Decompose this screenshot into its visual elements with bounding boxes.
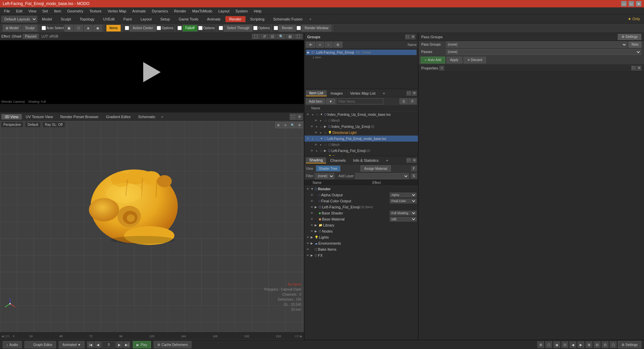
vis-mesh2b[interactable]: ● — [319, 143, 323, 147]
menu-file[interactable]: File — [1, 8, 13, 14]
render-checkbox[interactable] — [274, 26, 278, 30]
action-center-button[interactable]: Action Center — [130, 25, 156, 32]
arrow-envs[interactable]: ▶ — [311, 242, 314, 245]
menu-edit[interactable]: Edit — [13, 8, 25, 14]
vis-mesh1[interactable]: 👁 — [314, 118, 318, 122]
groups-settings-btn2[interactable]: ⚙ — [333, 42, 342, 48]
vis-base-shader[interactable]: 👁 — [310, 211, 314, 215]
tab-info-statistics[interactable]: Info & Statistics — [350, 158, 382, 163]
tab-add-button[interactable]: + — [307, 16, 313, 22]
arrow-1[interactable]: ▼ — [320, 113, 323, 116]
select-type-4[interactable]: ◉ — [93, 25, 102, 32]
menu-set[interactable]: Set — [40, 8, 51, 14]
falloff-button[interactable]: Falloff — [182, 25, 198, 32]
tree-item-scene1[interactable]: 👁 ● □ ▼ ⬡ Index_Pointing_Up_Emoji_modo_b… — [305, 111, 418, 117]
arrow-library[interactable]: ▶ — [315, 223, 318, 227]
paused-button[interactable]: Paused — [23, 34, 39, 39]
discard-btn[interactable]: ✕ Discard — [464, 57, 486, 63]
auto-select-checkbox[interactable] — [42, 26, 46, 30]
new-btn[interactable]: New — [629, 42, 641, 48]
apply-btn[interactable]: Apply — [446, 57, 462, 63]
options1-checkbox[interactable] — [157, 26, 161, 30]
shading-row-nodes[interactable]: 👁 ▶ ⬡ Nodes — [305, 228, 418, 234]
pass-groups-select[interactable]: (none) — [446, 42, 627, 48]
shading-row-envs[interactable]: 👁 ▶ ☁ Environments — [305, 240, 418, 246]
menu-item[interactable]: Item — [51, 8, 64, 14]
vis-lf-group[interactable]: 👁 — [310, 205, 314, 209]
new-pass-group-btn[interactable]: ⚙ Settings — [618, 34, 641, 40]
groups-expand-btn[interactable]: ⛶ — [405, 35, 410, 39]
shading-row-library[interactable]: 👁 ▶ 📁 Library — [305, 222, 418, 228]
vp-snap-btn[interactable]: ⊞ — [275, 122, 281, 128]
menu-render[interactable]: Render — [171, 8, 189, 14]
vis-alpha[interactable]: 👁 — [310, 193, 314, 197]
passes-select[interactable]: (none) — [446, 49, 641, 55]
bb-btn4[interactable]: ⊡ — [561, 341, 568, 348]
vis-render[interactable]: 👁 — [306, 187, 310, 191]
vp-center-btn[interactable]: ⊙ — [282, 122, 288, 128]
vis-mesh1c[interactable]: □ — [323, 118, 327, 122]
graph-editor-button[interactable]: ⬛ Graph Editor — [24, 341, 56, 348]
effect-alpha-select[interactable]: Alpha — [390, 193, 417, 197]
vis-btn-2c[interactable]: □ — [315, 137, 319, 141]
tab-uv-texture[interactable]: UV Texture View — [22, 114, 56, 119]
vis-envs[interactable]: 👁 — [306, 241, 310, 245]
arrow-lf-group[interactable]: ▶ — [315, 205, 318, 209]
shading-row-fx[interactable]: 👁 ▶ ⬡ FX — [305, 252, 418, 258]
bb-btn2[interactable]: ⬡ — [545, 341, 552, 348]
tree-item-scene2[interactable]: 👁 ● □ ▼ ⬡ Left-Facing_Fist_Emoji_modo_ba… — [305, 136, 418, 142]
layout-preset-select[interactable]: Default Layouts — [1, 16, 37, 22]
bb-btn10[interactable]: ⬡ — [610, 341, 616, 348]
vis-mesh2c[interactable]: □ — [323, 143, 327, 147]
menu-layout[interactable]: Layout — [216, 8, 232, 14]
select-type-1[interactable]: ▣ — [64, 25, 73, 32]
bb-btn1[interactable]: ⊞ — [537, 341, 544, 348]
tab-item-list-add[interactable]: + — [379, 91, 388, 96]
vis-nodes[interactable]: 👁 — [310, 229, 314, 233]
add-layer-select[interactable] — [355, 173, 409, 179]
il-s-btn[interactable]: S — [399, 98, 408, 104]
tab-shading[interactable]: Shading — [306, 157, 326, 163]
vis-group1b[interactable]: ● — [315, 124, 319, 129]
effect-final-select[interactable]: Final Color — [390, 199, 417, 203]
tab-setup[interactable]: Setup — [156, 16, 174, 22]
render-ctrl-1[interactable]: ⛶ — [252, 34, 260, 39]
f-shortcut[interactable]: F — [411, 166, 417, 171]
skip-end-btn[interactable]: ▶| — [123, 341, 130, 348]
select-through-checkbox[interactable] — [219, 26, 223, 30]
shader-tree-btn[interactable]: Shader Tree — [316, 165, 340, 171]
tab-sculpt[interactable]: Sculpt — [57, 16, 75, 22]
cache-deformers-button[interactable]: ⚙ Cache Deformers — [154, 341, 192, 348]
arrow-render[interactable]: ▼ — [311, 187, 314, 191]
frame-input[interactable] — [102, 341, 115, 348]
tab-model[interactable]: Model — [38, 16, 56, 22]
restore-button[interactable]: □ — [629, 1, 634, 6]
shading-row-lights[interactable]: 👁 ▶ 💡 Lights — [305, 234, 418, 240]
groups-add-btn[interactable]: + — [316, 42, 324, 48]
vis-mesh2[interactable]: 👁 — [314, 143, 318, 147]
bb-btn7[interactable]: ⊞ — [586, 341, 592, 348]
arrow-group2[interactable]: ▶ — [324, 149, 327, 152]
il-expand-btn[interactable]: ⛶ — [407, 91, 411, 96]
tab-schematic[interactable]: Schematic — [135, 114, 159, 119]
vis-library[interactable]: 👁 — [310, 223, 314, 227]
arrow-group1[interactable]: ▶ — [324, 125, 327, 128]
filter-select[interactable]: (none) — [315, 173, 334, 179]
vis-base-mat[interactable]: 👁 — [310, 217, 314, 221]
menu-system[interactable]: System — [233, 8, 251, 14]
play-button[interactable]: ▶ Play — [133, 341, 151, 348]
assign-material-btn[interactable]: Assign Material — [361, 165, 391, 171]
vis-light2[interactable]: 👁 — [314, 155, 318, 156]
menu-geometry[interactable]: Geometry — [64, 8, 86, 14]
arrow-fx[interactable]: ▶ — [311, 254, 314, 257]
render-ctrl-2[interactable]: ↺ — [261, 34, 268, 39]
render-button[interactable]: Render — [279, 25, 296, 32]
tab-topology[interactable]: Topology — [76, 16, 99, 22]
vis-light1c[interactable]: □ — [323, 131, 327, 135]
effect-shader-select[interactable]: Full Shading — [390, 211, 417, 215]
tab-animate[interactable]: Animate — [203, 16, 224, 22]
menu-maxtomodo[interactable]: MaxToModo — [190, 8, 215, 14]
menu-dynamics[interactable]: Dynamics — [149, 8, 171, 14]
select-type-3[interactable]: ◈ — [84, 25, 93, 32]
vis-light1b[interactable]: ● — [319, 131, 323, 135]
